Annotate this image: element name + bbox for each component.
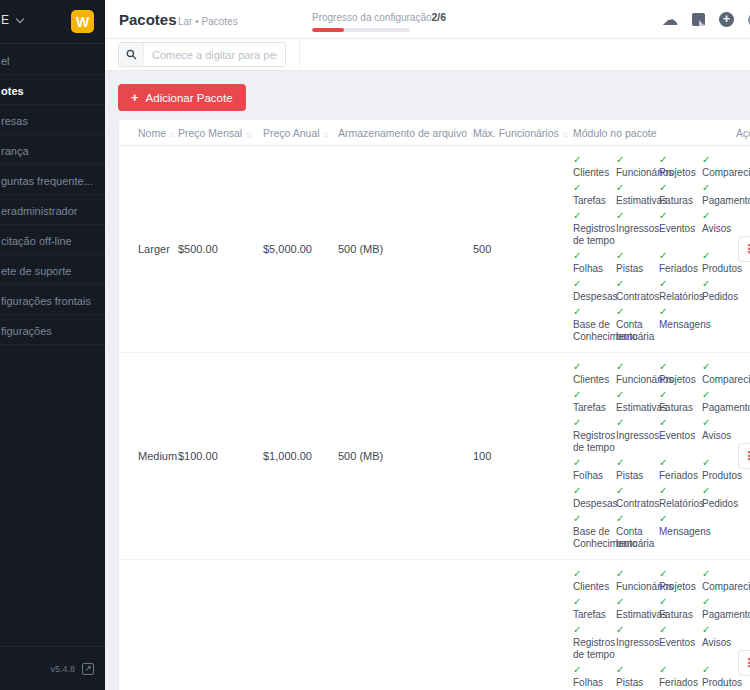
column-header[interactable]: Ações: [736, 127, 750, 139]
check-icon: ✓: [573, 154, 616, 165]
module-item: ✓ Ingressos: [616, 417, 659, 454]
module-item: ✓ Despesas: [573, 278, 616, 303]
module-label: Pistas: [616, 263, 659, 275]
column-header[interactable]: Armazenamento de arquivo↑↓: [338, 127, 473, 139]
plus-circle-icon[interactable]: +: [719, 12, 734, 27]
module-item: ✓ Projetos: [659, 568, 702, 593]
sidebar-item[interactable]: ete de suporte: [0, 255, 105, 285]
sidebar: E W el otes resas rança guntas frequente…: [0, 0, 105, 690]
module-label: Avisos: [702, 430, 745, 442]
module-label: Pagamentos: [702, 609, 745, 621]
check-icon: ✓: [659, 485, 702, 496]
module-label: Mensagens: [659, 319, 702, 331]
search-input[interactable]: [144, 43, 285, 66]
check-icon: ✓: [573, 306, 616, 317]
sort-icon[interactable]: ↑↓: [169, 130, 175, 139]
module-item: ✓ Projetos: [659, 361, 702, 386]
module-item: ✓ Relatórios: [659, 278, 702, 303]
progress-track: [312, 28, 410, 32]
sort-icon[interactable]: ↑↓: [323, 130, 329, 139]
check-icon: ✓: [659, 596, 702, 607]
check-icon: ✓: [573, 664, 616, 675]
check-icon: ✓: [659, 513, 702, 524]
sidebar-item[interactable]: figurações: [0, 315, 105, 345]
module-label: Avisos: [702, 223, 745, 235]
check-icon: ✓: [573, 513, 616, 524]
sidebar-item[interactable]: el: [0, 45, 105, 75]
column-label: Armazenamento de arquivo: [338, 127, 467, 139]
check-icon: ✓: [616, 485, 659, 496]
sort-icon[interactable]: ↑↓: [245, 130, 251, 139]
module-item: ✓ Tarefas: [573, 596, 616, 621]
check-icon: ✓: [659, 306, 702, 317]
module-grid: ✓ Clientes ✓ Funcionários ✓ Projetos ✓ C…: [573, 568, 745, 690]
sidebar-item[interactable]: rança: [0, 135, 105, 165]
check-icon: ✓: [616, 306, 659, 317]
sidebar-item[interactable]: citação off-line: [0, 225, 105, 255]
add-package-button[interactable]: + Adicionar Pacote: [118, 84, 246, 111]
row-actions-menu-button[interactable]: ⋮: [738, 443, 750, 469]
check-icon: ✓: [616, 568, 659, 579]
workspace-dropdown[interactable]: E: [1, 13, 23, 27]
module-item: ✓ Faturas: [659, 389, 702, 414]
table-header-row: Nome↑↓ Preço Mensal↑↓ Preço Anual↑↓ Arma…: [119, 120, 750, 146]
column-header[interactable]: Módulo no pacote: [573, 127, 736, 139]
module-label: Pistas: [616, 677, 659, 689]
module-item: ✓ Conta bancária: [616, 306, 659, 343]
module-item: ✓ Despesas: [573, 485, 616, 510]
module-label: Projetos: [659, 167, 702, 179]
sort-icon[interactable]: ↑↓: [562, 130, 568, 139]
row-actions-menu-button[interactable]: ⋮: [738, 650, 750, 676]
cloud-icon[interactable]: ☁: [662, 12, 678, 28]
package-name: Medium: [138, 450, 178, 462]
module-label: Comparecimento: [702, 167, 745, 179]
row-actions-menu-button[interactable]: ⋮: [738, 236, 750, 262]
module-label: Faturas: [659, 609, 702, 621]
check-icon: ✓: [659, 361, 702, 372]
module-label: Produtos: [702, 263, 745, 275]
module-label: Registros de tempo: [573, 430, 616, 454]
note-icon[interactable]: [692, 13, 705, 26]
module-label: Folhas: [573, 470, 616, 482]
sidebar-header: E W: [0, 0, 105, 44]
progress-fill: [312, 28, 344, 32]
column-header[interactable]: Preço Anual↑↓: [263, 127, 338, 139]
sidebar-item[interactable]: guntas frequente...: [0, 165, 105, 195]
module-label: Tarefas: [573, 402, 616, 414]
package-name: Larger: [138, 243, 178, 255]
module-label: Contratos: [616, 291, 659, 303]
module-item: ✓ Feriados: [659, 457, 702, 482]
check-icon: ✓: [573, 485, 616, 496]
app-logo[interactable]: W: [71, 10, 94, 33]
module-label: Registros de tempo: [573, 223, 616, 247]
column-header[interactable]: Preço Mensal↑↓: [178, 127, 263, 139]
module-item: ✓ Ingressos: [616, 624, 659, 661]
module-label: Ingressos: [616, 430, 659, 442]
module-item: ✓ Pistas: [616, 457, 659, 482]
sidebar-item[interactable]: figurações frontais: [0, 285, 105, 315]
module-label: Funcionários: [616, 581, 659, 593]
external-link-icon[interactable]: ↗: [82, 663, 94, 675]
sidebar-item[interactable]: resas: [0, 105, 105, 135]
storage: 500 (MB): [338, 243, 473, 255]
module-item: ✓ Estimativas: [616, 389, 659, 414]
column-header[interactable]: Máx. Funcionários↑↓: [473, 127, 573, 139]
sidebar-item[interactable]: otes: [0, 75, 105, 105]
chevron-down-icon: [16, 14, 24, 22]
search-toolbar: [105, 39, 750, 71]
sidebar-item[interactable]: eradministrador: [0, 195, 105, 225]
check-icon: ✓: [616, 278, 659, 289]
max-employees: 500: [473, 243, 573, 255]
check-icon: ✓: [659, 210, 702, 221]
check-icon: ✓: [659, 182, 702, 193]
module-label: Faturas: [659, 402, 702, 414]
check-icon: ✓: [702, 417, 745, 428]
setup-progress: Progresso da configuração2/6: [312, 7, 422, 32]
module-item: ✓ Faturas: [659, 182, 702, 207]
module-label: Projetos: [659, 581, 702, 593]
module-label: Contratos: [616, 498, 659, 510]
module-item: ✓ Registros de tempo: [573, 624, 616, 661]
module-item: ✓ Funcionários: [616, 568, 659, 593]
module-item: ✓ Comparecimento: [702, 361, 745, 386]
column-header[interactable]: Nome↑↓: [138, 127, 178, 139]
